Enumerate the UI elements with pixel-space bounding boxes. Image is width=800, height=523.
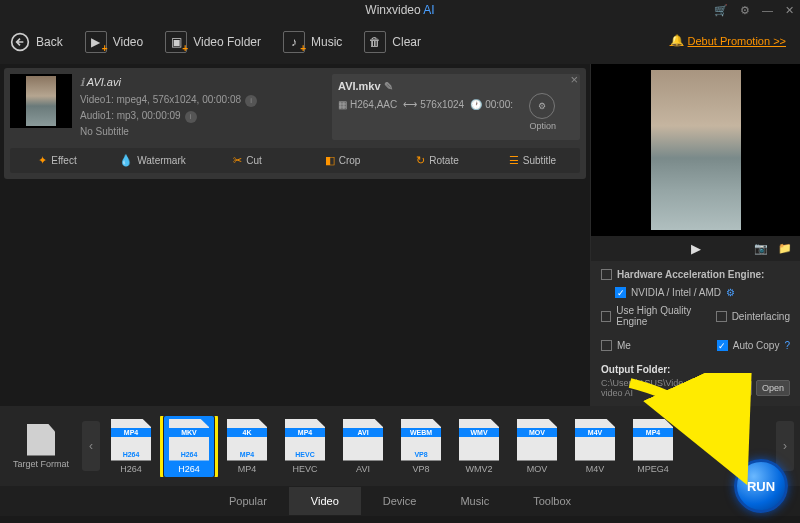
remove-item-button[interactable]: ×	[570, 72, 578, 87]
preview-area	[591, 64, 800, 236]
tab-video[interactable]: Video	[289, 487, 361, 515]
output-folder: Output Folder: C:\Users\ASUS\Vide video …	[601, 364, 790, 398]
format-mp4-hevc[interactable]: MP4HEVCHEVC	[280, 419, 330, 474]
settings-icon[interactable]: ⚙	[740, 4, 750, 17]
window-controls: 🛒 ⚙ — ✕	[714, 0, 794, 20]
preview-image	[651, 70, 741, 230]
snapshot-icon[interactable]: 📷	[754, 242, 768, 255]
format-bar: Target Format ‹ MP4H264H264MKVH264H2644K…	[0, 406, 800, 486]
hq-engine-option[interactable]: Use High Quality Engine	[601, 305, 716, 327]
titlebar: Winxvideo AI 🛒 ⚙ — ✕	[0, 0, 800, 20]
crop-button[interactable]: ◧Crop	[295, 148, 390, 173]
format-webm-vp8[interactable]: WEBMVP8VP8	[396, 419, 446, 474]
add-music-button[interactable]: ♪+ Music	[283, 31, 342, 53]
back-button[interactable]: Back	[10, 32, 63, 52]
resolution-chip[interactable]: ⟷ 576x1024	[403, 99, 464, 110]
format-mov-mov[interactable]: MOVMOV	[512, 419, 562, 474]
browse-button[interactable]: Browse	[710, 380, 752, 396]
watermark-button[interactable]: 💧Watermark	[105, 148, 200, 173]
document-gear-icon	[27, 424, 55, 456]
format-mp4-mpeg4[interactable]: MP4MPEG4	[628, 419, 678, 474]
preview-controls: ▶ 📷 📁	[591, 236, 800, 261]
info-icon[interactable]: i	[245, 95, 257, 107]
format-mp4-h264[interactable]: MP4H264H264	[106, 419, 156, 474]
folder-icon: ▣+	[165, 31, 187, 53]
format-wmv-wmv2[interactable]: WMVWMV2	[454, 419, 504, 474]
checkbox[interactable]	[601, 269, 612, 280]
source-info: ℹ AVI.avi Video1: mpeg4, 576x1024, 00:00…	[80, 74, 324, 140]
cut-button[interactable]: ✂Cut	[200, 148, 295, 173]
app-title: Winxvideo AI	[365, 3, 434, 17]
side-panel: ▶ 📷 📁 Hardware Acceleration Engine: ✓ NV…	[590, 64, 800, 406]
format-list: MP4H264H264MKVH264H2644KMP4MP4MP4HEVCHEV…	[106, 416, 770, 477]
format-avi-avi[interactable]: AVIAVI	[338, 419, 388, 474]
autocopy-option[interactable]: ✓Auto Copy ?	[717, 340, 790, 351]
category-tabs: PopularVideoDeviceMusicToolbox	[0, 486, 800, 516]
target-format-button[interactable]: Target Format	[6, 424, 76, 469]
format-mkv-h264[interactable]: MKVH264H264	[164, 416, 214, 477]
tab-device[interactable]: Device	[361, 487, 439, 515]
scroll-right-button[interactable]: ›	[776, 421, 794, 471]
folder-path: C:\Users\ASUS\Vide video AI	[601, 378, 706, 398]
hw-accel-option[interactable]: ✓ NVIDIA / Intel / AMD ⚙	[601, 287, 790, 298]
gear-icon[interactable]: ⚙	[726, 287, 735, 298]
info-icon[interactable]: i	[185, 111, 197, 123]
hw-accel-header: Hardware Acceleration Engine:	[601, 269, 790, 280]
top-toolbar: Back ▶+ Video ▣+ Video Folder ♪+ Music 🗑…	[0, 20, 800, 64]
checkbox-checked[interactable]: ✓	[615, 287, 626, 298]
effect-button[interactable]: ✦Effect	[10, 148, 105, 173]
open-button[interactable]: Open	[756, 380, 790, 396]
options-panel: Hardware Acceleration Engine: ✓ NVIDIA /…	[591, 261, 800, 406]
trash-icon: 🗑	[364, 31, 386, 53]
music-icon: ♪+	[283, 31, 305, 53]
video-icon: ▶+	[85, 31, 107, 53]
play-button[interactable]: ▶	[691, 241, 701, 256]
edit-name-icon[interactable]: ✎	[384, 80, 393, 92]
format-4k-mp4[interactable]: 4KMP4MP4	[222, 419, 272, 474]
subtitle-button[interactable]: ☰Subtitle	[485, 148, 580, 173]
format-m4v-m4v[interactable]: M4VM4V	[570, 419, 620, 474]
promo-link[interactable]: 🔔 Debut Promotion >>	[670, 34, 786, 47]
queue-item[interactable]: × ℹ AVI.avi Video1: mpeg4, 576x1024, 00:…	[4, 68, 586, 179]
minimize-button[interactable]: —	[762, 4, 773, 16]
clear-button[interactable]: 🗑 Clear	[364, 31, 421, 53]
run-button[interactable]: RUN	[734, 459, 788, 513]
codec-chip[interactable]: ▦ H264,AAC	[338, 99, 397, 110]
duration-chip: 🕐 00:00:	[470, 99, 513, 110]
cart-icon[interactable]: 🛒	[714, 4, 728, 17]
scroll-left-button[interactable]: ‹	[82, 421, 100, 471]
add-folder-button[interactable]: ▣+ Video Folder	[165, 31, 261, 53]
rotate-button[interactable]: ↻Rotate	[390, 148, 485, 173]
gear-icon: ⚙	[529, 93, 555, 119]
tab-music[interactable]: Music	[438, 487, 511, 515]
merge-option[interactable]: Me	[601, 340, 631, 351]
option-button[interactable]: ⚙ Option	[529, 93, 556, 131]
queue-panel: × ℹ AVI.avi Video1: mpeg4, 576x1024, 00:…	[0, 64, 590, 406]
edit-tools: ✦Effect 💧Watermark ✂Cut ◧Crop ↻Rotate ☰S…	[10, 148, 580, 173]
source-thumbnail	[10, 74, 72, 128]
close-button[interactable]: ✕	[785, 4, 794, 17]
tab-toolbox[interactable]: Toolbox	[511, 487, 593, 515]
help-icon[interactable]: ?	[784, 340, 790, 351]
add-video-button[interactable]: ▶+ Video	[85, 31, 143, 53]
tab-popular[interactable]: Popular	[207, 487, 289, 515]
bell-icon: 🔔	[670, 34, 684, 47]
folder-open-icon[interactable]: 📁	[778, 242, 792, 255]
main-area: × ℹ AVI.avi Video1: mpeg4, 576x1024, 00:…	[0, 64, 800, 406]
deinterlace-option[interactable]: Deinterlacing	[716, 305, 790, 327]
